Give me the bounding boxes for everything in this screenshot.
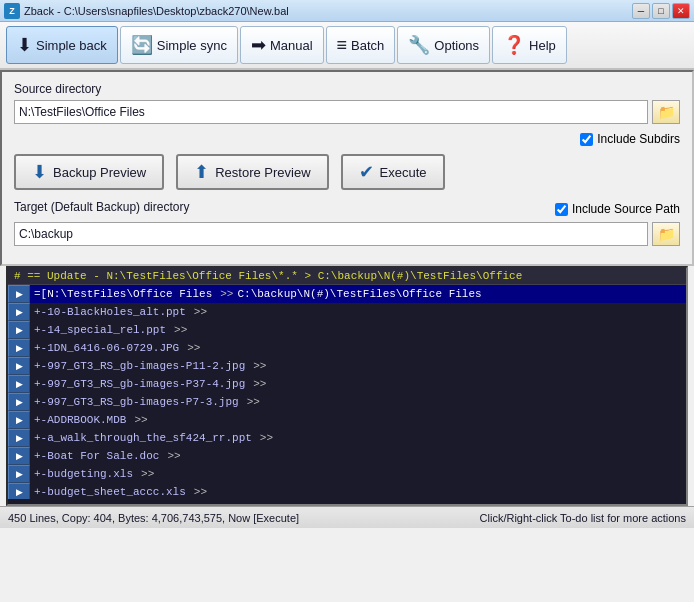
help-icon: ❓ — [503, 34, 525, 56]
row-arrow-indicator: >> — [190, 486, 211, 498]
include-source-path-label: Include Source Path — [572, 202, 680, 216]
row-filename: +-Boat For Sale.doc — [30, 450, 163, 462]
batch-icon: ≡ — [337, 35, 348, 56]
simple-sync-label: Simple sync — [157, 38, 227, 53]
toolbar-btn-simple-sync[interactable]: 🔄Simple sync — [120, 26, 238, 64]
toolbar-btn-options[interactable]: 🔧Options — [397, 26, 490, 64]
output-row[interactable]: ▶=[N:\TestFiles\Office Files>>C:\backup\… — [8, 285, 686, 303]
row-arrow-indicator: >> — [249, 378, 270, 390]
app-icon: Z — [4, 3, 20, 19]
source-input[interactable] — [14, 100, 648, 124]
row-filename: +-1DN_6416-06-0729.JPG — [30, 342, 183, 354]
backup-preview-icon: ⬇ — [32, 161, 47, 183]
include-subdirs-label: Include Subdirs — [597, 132, 680, 146]
output-row[interactable]: ▶+-997_GT3_RS_gb-images-P11-2.jpg>> — [8, 357, 686, 375]
row-arrow-indicator: >> — [130, 414, 151, 426]
row-arrow-indicator: >> — [256, 432, 277, 444]
include-subdirs-checkbox[interactable] — [580, 133, 593, 146]
simple-back-label: Simple back — [36, 38, 107, 53]
output-row[interactable]: ▶+-budgeting.xls>> — [8, 465, 686, 483]
source-input-row: 📁 — [14, 100, 680, 124]
row-play-button[interactable]: ▶ — [8, 375, 30, 393]
output-panel: # == Update - N:\TestFiles\Office Files\… — [6, 266, 688, 506]
row-arrow-indicator: >> — [163, 450, 184, 462]
output-row[interactable]: ▶+-ADDRBOOK.MDB>> — [8, 411, 686, 429]
status-bar: 450 Lines, Copy: 404, Bytes: 4,706,743,5… — [0, 506, 694, 528]
row-filename: +-997_GT3_RS_gb-images-P37-4.jpg — [30, 378, 249, 390]
output-row[interactable]: ▶+-1DN_6416-06-0729.JPG>> — [8, 339, 686, 357]
output-row[interactable]: ▶+-budget_sheet_accc.xls>> — [8, 483, 686, 499]
output-header: # == Update - N:\TestFiles\Office Files\… — [8, 268, 686, 285]
manual-icon: ➡ — [251, 34, 266, 56]
action-buttons: ⬇ Backup Preview ⬆ Restore Preview ✔ Exe… — [14, 154, 680, 190]
backup-preview-label: Backup Preview — [53, 165, 146, 180]
manual-label: Manual — [270, 38, 313, 53]
row-play-button[interactable]: ▶ — [8, 411, 30, 429]
output-row[interactable]: ▶+-a_walk_through_the_sf424_rr.ppt>> — [8, 429, 686, 447]
status-left: 450 Lines, Copy: 404, Bytes: 4,706,743,5… — [8, 512, 299, 524]
execute-icon: ✔ — [359, 161, 374, 183]
row-play-button[interactable]: ▶ — [8, 483, 30, 499]
row-play-button[interactable]: ▶ — [8, 357, 30, 375]
toolbar-btn-help[interactable]: ❓Help — [492, 26, 567, 64]
target-label: Target (Default Backup) directory — [14, 200, 189, 214]
row-arrow-indicator: >> — [249, 360, 270, 372]
row-destination: C:\backup\N(#)\TestFiles\Office Files — [237, 288, 481, 300]
row-arrow-indicator: >> — [137, 468, 158, 480]
row-filename: +-budgeting.xls — [30, 468, 137, 480]
title-bar: Z Zback - C:\Users\snapfiles\Desktop\zba… — [0, 0, 694, 22]
output-row[interactable]: ▶+-14_special_rel.ppt>> — [8, 321, 686, 339]
restore-preview-icon: ⬆ — [194, 161, 209, 183]
maximize-button[interactable]: □ — [652, 3, 670, 19]
row-arrow-indicator: >> — [170, 324, 191, 336]
include-subdirs-row: Include Subdirs — [14, 132, 680, 146]
include-source-path-checkbox[interactable] — [555, 203, 568, 216]
row-play-button[interactable]: ▶ — [8, 339, 30, 357]
row-arrow-indicator: >> — [243, 396, 264, 408]
target-input-row: 📁 — [14, 222, 680, 246]
minimize-button[interactable]: ─ — [632, 3, 650, 19]
row-arrow-indicator: >> — [216, 288, 237, 300]
source-label: Source directory — [14, 82, 680, 96]
execute-button[interactable]: ✔ Execute — [341, 154, 445, 190]
row-play-button[interactable]: ▶ — [8, 303, 30, 321]
row-play-button[interactable]: ▶ — [8, 393, 30, 411]
row-play-button[interactable]: ▶ — [8, 321, 30, 339]
backup-preview-button[interactable]: ⬇ Backup Preview — [14, 154, 164, 190]
toolbar: ⬇Simple back🔄Simple sync➡Manual≡Batch🔧Op… — [0, 22, 694, 70]
source-folder-button[interactable]: 📁 — [652, 100, 680, 124]
window-controls: ─ □ ✕ — [632, 3, 690, 19]
restore-preview-label: Restore Preview — [215, 165, 310, 180]
toolbar-btn-batch[interactable]: ≡Batch — [326, 26, 396, 64]
options-icon: 🔧 — [408, 34, 430, 56]
batch-label: Batch — [351, 38, 384, 53]
row-arrow-indicator: >> — [190, 306, 211, 318]
options-label: Options — [434, 38, 479, 53]
output-row[interactable]: ▶+-10-BlackHoles_alt.ppt>> — [8, 303, 686, 321]
output-row[interactable]: ▶+-997_GT3_RS_gb-images-P7-3.jpg>> — [8, 393, 686, 411]
row-filename: +-10-BlackHoles_alt.ppt — [30, 306, 190, 318]
output-body[interactable]: ▶=[N:\TestFiles\Office Files>>C:\backup\… — [8, 285, 686, 499]
execute-label: Execute — [380, 165, 427, 180]
simple-sync-icon: 🔄 — [131, 34, 153, 56]
target-input[interactable] — [14, 222, 648, 246]
close-button[interactable]: ✕ — [672, 3, 690, 19]
row-filename: +-budget_sheet_accc.xls — [30, 486, 190, 498]
help-label: Help — [529, 38, 556, 53]
row-arrow-indicator: >> — [183, 342, 204, 354]
row-play-button[interactable]: ▶ — [8, 447, 30, 465]
simple-back-icon: ⬇ — [17, 34, 32, 56]
target-folder-button[interactable]: 📁 — [652, 222, 680, 246]
toolbar-btn-manual[interactable]: ➡Manual — [240, 26, 324, 64]
row-play-button[interactable]: ▶ — [8, 285, 30, 303]
toolbar-btn-simple-back[interactable]: ⬇Simple back — [6, 26, 118, 64]
output-row[interactable]: ▶+-997_GT3_RS_gb-images-P37-4.jpg>> — [8, 375, 686, 393]
row-play-button[interactable]: ▶ — [8, 429, 30, 447]
output-row[interactable]: ▶+-Boat For Sale.doc>> — [8, 447, 686, 465]
row-filename: =[N:\TestFiles\Office Files — [30, 288, 216, 300]
restore-preview-button[interactable]: ⬆ Restore Preview — [176, 154, 328, 190]
row-filename: +-997_GT3_RS_gb-images-P7-3.jpg — [30, 396, 243, 408]
row-filename: +-ADDRBOOK.MDB — [30, 414, 130, 426]
target-row: Target (Default Backup) directory Includ… — [14, 200, 680, 218]
row-play-button[interactable]: ▶ — [8, 465, 30, 483]
